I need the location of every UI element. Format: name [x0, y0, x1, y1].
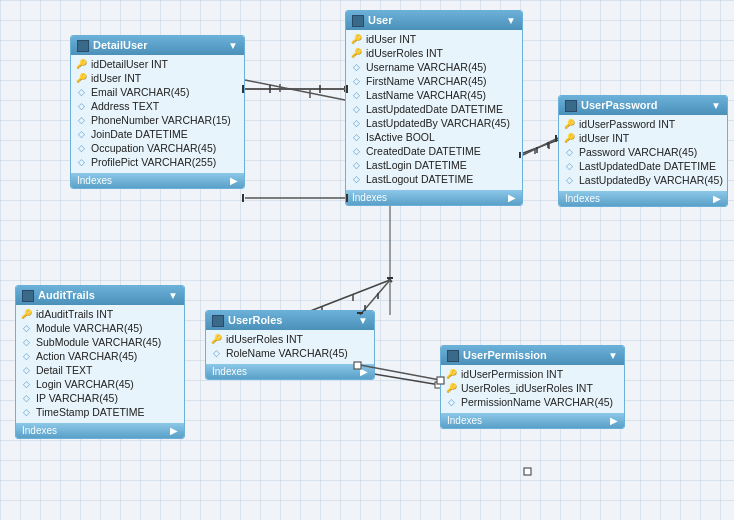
field-row: ◇IsActive BOOL — [346, 130, 522, 144]
field-row: ◇Login VARCHAR(45) — [16, 377, 184, 391]
field-row: 🔑UserRoles_idUserRoles INT — [441, 381, 624, 395]
diamond-icon: ◇ — [350, 173, 362, 185]
field-row: 🔑idAuditTrails INT — [16, 307, 184, 321]
table-userpermission: UserPermission ▼ 🔑idUserPermission INT 🔑… — [440, 345, 625, 429]
diamond-icon: ◇ — [350, 159, 362, 171]
field-row: ◇LastLogin DATETIME — [346, 158, 522, 172]
field-row: ◇Detail TEXT — [16, 363, 184, 377]
table-arrow-userpermission: ▼ — [608, 350, 618, 361]
field-row: ◇Username VARCHAR(45) — [346, 60, 522, 74]
diamond-icon: ◇ — [445, 396, 457, 408]
table-title-detailuser: DetailUser — [93, 39, 147, 51]
field-row: ◇Module VARCHAR(45) — [16, 321, 184, 335]
key-icon: 🔑 — [210, 333, 222, 345]
field-row: 🔑idUserPassword INT — [559, 117, 727, 131]
svg-line-0 — [245, 80, 345, 100]
diamond-icon: ◇ — [350, 89, 362, 101]
field-row: ◇LastUpdatedDate DATETIME — [346, 102, 522, 116]
diamond-icon: ◇ — [20, 378, 32, 390]
diamond-icon: ◇ — [563, 174, 575, 186]
key-icon: 🔑 — [563, 132, 575, 144]
diamond-icon: ◇ — [20, 364, 32, 376]
diamond-icon: ◇ — [75, 142, 87, 154]
diamond-icon: ◇ — [350, 131, 362, 143]
diamond-icon: ◇ — [563, 146, 575, 158]
key-icon: 🔑 — [563, 118, 575, 130]
table-fields-userpassword: 🔑idUserPassword INT 🔑idUser INT ◇Passwor… — [559, 115, 727, 189]
table-title-userroles: UserRoles — [228, 314, 282, 326]
diamond-icon: ◇ — [350, 61, 362, 73]
table-arrow-audittrails: ▼ — [168, 290, 178, 301]
diamond-icon: ◇ — [75, 114, 87, 126]
indexes-userpermission: Indexes ▶ — [441, 413, 624, 428]
field-row: 🔑idUser INT — [559, 131, 727, 145]
diamond-icon: ◇ — [75, 86, 87, 98]
diamond-icon: ◇ — [210, 347, 222, 359]
field-row: ◇PhoneNumber VARCHAR(15) — [71, 113, 244, 127]
field-row: ◇FirstName VARCHAR(45) — [346, 74, 522, 88]
table-title-audittrails: AuditTrails — [38, 289, 95, 301]
svg-line-8 — [518, 140, 558, 155]
field-row: ◇LastUpdatedBy VARCHAR(45) — [346, 116, 522, 130]
key-icon: 🔑 — [20, 308, 32, 320]
table-header-userpassword: UserPassword ▼ — [559, 96, 727, 115]
table-header-userpermission: UserPermission ▼ — [441, 346, 624, 365]
svg-line-14 — [388, 278, 392, 282]
table-title-user: User — [368, 14, 392, 26]
table-arrow-userpassword: ▼ — [711, 100, 721, 111]
indexes-detailuser: Indexes ▶ — [71, 173, 244, 188]
field-row: ◇LastUpdatedDate DATETIME — [559, 159, 727, 173]
diamond-icon: ◇ — [20, 350, 32, 362]
field-row: ◇IP VARCHAR(45) — [16, 391, 184, 405]
diamond-icon: ◇ — [350, 117, 362, 129]
field-row: 🔑idUserRoles INT — [346, 46, 522, 60]
key-icon: 🔑 — [75, 58, 87, 70]
diamond-icon: ◇ — [20, 406, 32, 418]
diamond-icon: ◇ — [20, 392, 32, 404]
table-fields-detailuser: 🔑idDetailUser INT 🔑idUser INT ◇Email VAR… — [71, 55, 244, 171]
key-icon: 🔑 — [350, 47, 362, 59]
field-row: 🔑idDetailUser INT — [71, 57, 244, 71]
table-fields-userroles: 🔑idUserRoles INT ◇RoleName VARCHAR(45) — [206, 330, 374, 362]
table-audittrails: AuditTrails ▼ 🔑idAuditTrails INT ◇Module… — [15, 285, 185, 439]
svg-line-32 — [523, 138, 558, 155]
diamond-icon: ◇ — [350, 103, 362, 115]
field-row: ◇TimeStamp DATETIME — [16, 405, 184, 419]
field-row: 🔑idUserPermission INT — [441, 367, 624, 381]
table-arrow-userroles: ▼ — [358, 315, 368, 326]
field-row: ◇LastName VARCHAR(45) — [346, 88, 522, 102]
diamond-icon: ◇ — [20, 336, 32, 348]
field-row: ◇Password VARCHAR(45) — [559, 145, 727, 159]
field-row: ◇LastUpdatedBy VARCHAR(45) — [559, 173, 727, 187]
field-row: 🔑idUser INT — [71, 71, 244, 85]
table-arrow-user: ▼ — [506, 15, 516, 26]
field-row: 🔑idUserRoles INT — [206, 332, 374, 346]
table-fields-userpermission: 🔑idUserPermission INT 🔑UserRoles_idUserR… — [441, 365, 624, 411]
table-title-userpermission: UserPermission — [463, 349, 547, 361]
field-row: ◇CreatedDate DATETIME — [346, 144, 522, 158]
table-user: User ▼ 🔑idUser INT 🔑idUserRoles INT ◇Use… — [345, 10, 523, 206]
diamond-icon: ◇ — [20, 322, 32, 334]
indexes-userpassword: Indexes ▶ — [559, 191, 727, 206]
field-row: ◇RoleName VARCHAR(45) — [206, 346, 374, 360]
field-row: 🔑idUser INT — [346, 32, 522, 46]
indexes-userroles: Indexes ▶ — [206, 364, 374, 379]
indexes-audittrails: Indexes ▶ — [16, 423, 184, 438]
diamond-icon: ◇ — [75, 156, 87, 168]
field-row: ◇JoinDate DATETIME — [71, 127, 244, 141]
diamond-icon: ◇ — [75, 128, 87, 140]
diamond-icon: ◇ — [350, 75, 362, 87]
diamond-icon: ◇ — [75, 100, 87, 112]
table-fields-user: 🔑idUser INT 🔑idUserRoles INT ◇Username V… — [346, 30, 522, 188]
diamond-icon: ◇ — [350, 145, 362, 157]
field-row: ◇LastLogout DATETIME — [346, 172, 522, 186]
table-arrow-detailuser: ▼ — [228, 40, 238, 51]
table-header-audittrails: AuditTrails ▼ — [16, 286, 184, 305]
key-icon: 🔑 — [350, 33, 362, 45]
table-header-detailuser: DetailUser ▼ — [71, 36, 244, 55]
table-userpassword: UserPassword ▼ 🔑idUserPassword INT 🔑idUs… — [558, 95, 728, 207]
indexes-user: Indexes ▶ — [346, 190, 522, 205]
diamond-icon: ◇ — [563, 160, 575, 172]
key-icon: 🔑 — [75, 72, 87, 84]
key-icon: 🔑 — [445, 382, 457, 394]
